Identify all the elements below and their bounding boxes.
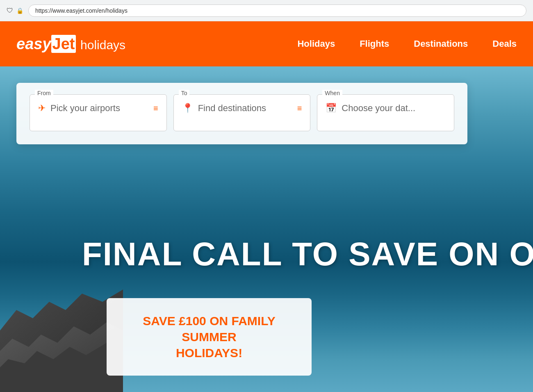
from-field[interactable]: From ✈ Pick your airports ≡: [30, 94, 167, 131]
hero-section: From ✈ Pick your airports ≡ To 📍 Find de…: [0, 66, 533, 392]
logo-jet: Jet: [51, 35, 76, 53]
from-content: ✈ Pick your airports ≡: [38, 103, 158, 114]
shield-icon: 🛡: [7, 7, 13, 14]
from-placeholder-text: Pick your airports: [50, 103, 148, 114]
promo-text: SAVE £100 ON FAMILY SUMMER HOLIDAYS!: [127, 313, 291, 361]
logo-area: easyJet holidays: [16, 35, 297, 53]
address-bar[interactable]: https://www.easyjet.com/en/holidays: [28, 5, 526, 17]
plane-icon: ✈: [38, 103, 46, 114]
logo-holidays: holidays: [80, 38, 125, 52]
lock-icon: 🔒: [16, 7, 23, 14]
hero-title: FINAL CALL TO SAVE ON OUR T: [0, 235, 533, 273]
when-field[interactable]: When 📅 Choose your dat...: [317, 94, 454, 131]
site-wrapper: easyJet holidays Holidays Flights Destin…: [0, 21, 533, 392]
from-list-icon: ≡: [153, 104, 158, 113]
promo-card: SAVE £100 ON FAMILY SUMMER HOLIDAYS!: [107, 298, 312, 376]
logo-brand: easyJet: [16, 35, 76, 53]
to-list-icon: ≡: [297, 104, 302, 113]
promo-line1: SAVE £100 ON FAMILY SUMMER: [127, 313, 291, 345]
when-label: When: [322, 90, 342, 96]
promo-line2: HOLIDAYS!: [127, 345, 291, 361]
pin-icon: 📍: [182, 103, 193, 114]
logo: easyJet holidays: [16, 35, 125, 53]
to-placeholder-text: Find destinations: [198, 103, 292, 114]
search-widget: From ✈ Pick your airports ≡ To 📍 Find de…: [16, 83, 467, 144]
nav-holidays[interactable]: Holidays: [297, 39, 335, 49]
to-field[interactable]: To 📍 Find destinations ≡: [173, 94, 311, 131]
browser-chrome: 🛡 🔒 https://www.easyjet.com/en/holidays: [0, 0, 533, 21]
from-label: From: [35, 90, 53, 96]
nav-destinations[interactable]: Destinations: [414, 39, 468, 49]
when-placeholder-text: Choose your dat...: [342, 103, 446, 114]
navbar: easyJet holidays Holidays Flights Destin…: [0, 21, 533, 66]
browser-icons: 🛡 🔒: [7, 7, 23, 14]
nav-deals[interactable]: Deals: [492, 39, 517, 49]
to-content: 📍 Find destinations ≡: [182, 103, 302, 114]
nav-flights[interactable]: Flights: [360, 39, 389, 49]
to-label: To: [179, 90, 190, 96]
when-content: 📅 Choose your dat...: [326, 103, 446, 114]
calendar-icon: 📅: [326, 103, 337, 114]
url-text: https://www.easyjet.com/en/holidays: [35, 7, 128, 14]
nav-links: Holidays Flights Destinations Deals: [297, 39, 517, 49]
